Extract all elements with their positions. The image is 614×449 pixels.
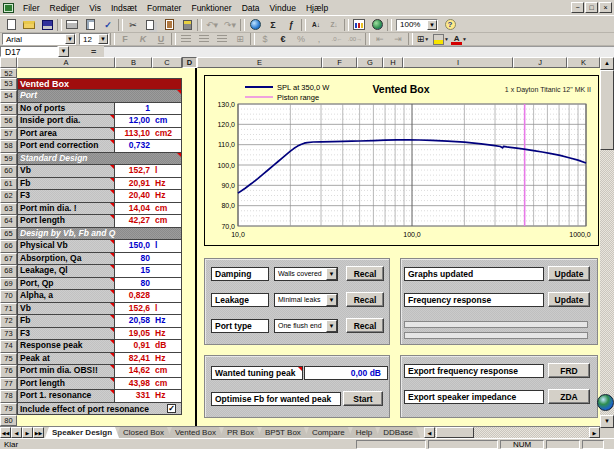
param-value-cell[interactable]: 15 <box>115 265 182 278</box>
param-label-cell[interactable]: F3 <box>17 190 115 203</box>
tab-speaker-design[interactable]: Speaker Design <box>45 427 119 438</box>
cell-D64[interactable] <box>182 215 197 228</box>
previous-sheet-icon[interactable]: ◀ <box>11 427 22 438</box>
cell-D75[interactable] <box>182 353 197 366</box>
param-label-cell[interactable]: Alpha, a <box>17 290 115 303</box>
scroll-down-icon[interactable]: ▼ <box>600 415 614 428</box>
align-left-icon[interactable] <box>177 32 195 46</box>
column-header-A[interactable]: A <box>17 57 115 68</box>
sort-descending-icon[interactable]: Z↓ <box>325 18 343 32</box>
param-label-cell[interactable]: Response peak <box>17 340 115 353</box>
row-header-52[interactable]: 52 <box>0 68 17 78</box>
select-all-corner[interactable] <box>0 57 17 68</box>
row-header-60[interactable]: 60 <box>0 165 17 178</box>
param-label-cell[interactable]: Absorption, Qa <box>17 253 115 266</box>
param-label-cell[interactable]: Vb <box>17 303 115 316</box>
column-header-C[interactable]: C <box>152 57 182 68</box>
globe-icon[interactable] <box>597 394 614 411</box>
sort-ascending-icon[interactable]: A↓ <box>307 18 325 32</box>
update-button[interactable]: Update <box>548 266 590 281</box>
formula-input[interactable] <box>104 46 614 57</box>
spl-chart[interactable]: 130,0120,0110,0100,090,080,070,010,0100,… <box>204 75 599 246</box>
param-value-cell[interactable]: 14,62cm <box>115 365 182 378</box>
cell-D65[interactable] <box>182 228 197 241</box>
frd-button[interactable]: FRD <box>548 363 590 378</box>
first-sheet-icon[interactable]: ◀◀ <box>0 427 11 438</box>
chart-wizard-icon[interactable] <box>350 18 368 32</box>
euro-icon[interactable]: € <box>274 32 292 46</box>
row-header-61[interactable]: 61 <box>0 178 17 191</box>
tab-vented-box[interactable]: Vented Box <box>168 427 223 438</box>
column-header-D[interactable]: D <box>182 57 197 68</box>
chevron-down-icon[interactable]: ▼ <box>326 268 337 280</box>
empty-cell[interactable] <box>17 68 182 78</box>
start-button[interactable]: Start <box>343 391 383 406</box>
row-header-65[interactable]: 65 <box>0 228 17 241</box>
param-label-cell[interactable]: Port length <box>17 215 115 228</box>
map-icon[interactable] <box>368 18 386 32</box>
param-label-cell[interactable]: Port 1. resonance <box>17 390 115 403</box>
cell-D80[interactable] <box>182 415 197 426</box>
row-header-66[interactable]: 66 <box>0 240 17 253</box>
row-header-72[interactable]: 72 <box>0 315 17 328</box>
chevron-down-icon[interactable]: ▼ <box>427 20 437 30</box>
param-label-cell[interactable]: Leakage, Ql <box>17 265 115 278</box>
column-header-I[interactable]: I <box>403 57 513 68</box>
param-value-cell[interactable]: 42,27cm <box>115 215 182 228</box>
param-value-cell[interactable]: 1 <box>115 103 182 116</box>
param-label-cell[interactable]: Port area <box>17 128 115 141</box>
cell-D57[interactable] <box>182 128 197 141</box>
currency-icon[interactable]: $ <box>256 32 274 46</box>
cell-D72[interactable] <box>182 315 197 328</box>
param-value-cell[interactable]: 0,828 <box>115 290 182 303</box>
tab-closed-box[interactable]: Closed Box <box>116 427 171 438</box>
param-value-cell[interactable]: 20,40Hz <box>115 190 182 203</box>
column-header-H[interactable]: H <box>383 57 403 68</box>
row-header-64[interactable]: 64 <box>0 215 17 228</box>
row-header-63[interactable]: 63 <box>0 203 17 216</box>
chevron-down-icon[interactable]: ▼ <box>65 34 75 44</box>
paste-function-icon[interactable]: ƒ <box>282 18 300 32</box>
row-header-55[interactable]: 55 <box>0 103 17 116</box>
cell-D52[interactable] <box>182 68 197 78</box>
row-header-58[interactable]: 58 <box>0 140 17 153</box>
workbook-icon[interactable] <box>3 3 14 13</box>
section-header-cell[interactable]: Standard Design <box>17 153 182 166</box>
param-label-cell[interactable]: Inside port dia. <box>17 115 115 128</box>
bold-icon[interactable]: F <box>116 32 134 46</box>
param-value-cell[interactable]: 113,10cm2 <box>115 128 182 141</box>
sheet-grid[interactable]: 5253Vented Box54Port55No of ports156Insi… <box>0 68 600 426</box>
param-label-cell[interactable]: Fb <box>17 315 115 328</box>
tab-help[interactable]: Help <box>349 427 379 438</box>
font-color-icon[interactable]: A▼ <box>450 32 468 46</box>
redo-icon[interactable]: ↷▾ <box>221 18 239 32</box>
section-header-cell[interactable]: Design by Vb, Fb and Q <box>17 228 182 241</box>
web-toolbar-icon[interactable] <box>246 18 264 32</box>
spelling-icon[interactable]: ✓ <box>99 18 117 32</box>
cell-D71[interactable] <box>182 303 197 316</box>
cell-D70[interactable] <box>182 290 197 303</box>
vertical-scroll-thumb[interactable] <box>600 70 614 150</box>
chevron-down-icon[interactable]: ▼ <box>98 34 108 44</box>
row-header-76[interactable]: 76 <box>0 365 17 378</box>
tab-bp5t-box[interactable]: BP5T Box <box>258 427 308 438</box>
menu-formater[interactable]: Formater <box>142 2 186 14</box>
undo-icon[interactable]: ↶▾ <box>203 18 221 32</box>
cell-D54[interactable] <box>182 90 197 103</box>
tab-pr-box[interactable]: PR Box <box>220 427 261 438</box>
row-header-54[interactable]: 54 <box>0 90 17 103</box>
copy-icon[interactable] <box>142 18 160 32</box>
port-resonance-checkbox[interactable]: ✓ <box>167 404 176 413</box>
row-header-68[interactable]: 68 <box>0 265 17 278</box>
menu-vindue[interactable]: Vindue <box>265 2 301 14</box>
param-label-cell[interactable]: Peak at <box>17 353 115 366</box>
cell-D76[interactable] <box>182 365 197 378</box>
scroll-right-icon[interactable]: ▶ <box>589 427 600 438</box>
scroll-up-icon[interactable]: ▲ <box>600 57 614 70</box>
row-header-53[interactable]: 53 <box>0 78 17 91</box>
open-icon[interactable] <box>20 18 38 32</box>
param-label-cell[interactable]: F3 <box>17 328 115 341</box>
column-header-E[interactable]: E <box>197 57 322 68</box>
tab-ddbase[interactable]: DDBase <box>376 427 420 438</box>
merge-center-icon[interactable]: ⊞ <box>231 32 249 46</box>
